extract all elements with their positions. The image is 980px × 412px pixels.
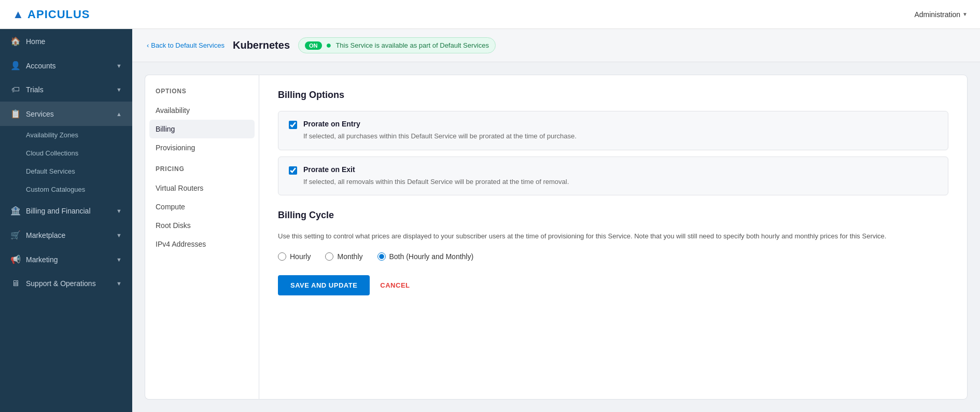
radio-hourly-input[interactable] (278, 252, 286, 261)
prorate-exit-desc: If selected, all removals within this De… (303, 177, 569, 187)
back-label: Back to Default Services (151, 41, 225, 49)
right-panel: Billing Options Prorate on Entry If sele… (259, 75, 968, 400)
toggle-on-label[interactable]: ON (305, 41, 322, 50)
page-header: ‹ Back to Default Services Kubernetes ON… (132, 29, 980, 62)
billing-cycle-desc: Use this setting to control what prices … (278, 231, 948, 242)
sidebar: 🏠 Home 👤 Accounts ▼ 🏷 Trials ▼ 📋 Service… (0, 29, 132, 412)
content-area: OPTIONS Availability Billing Provisionin… (132, 62, 980, 412)
sidebar-sub-item-custom-catalogues[interactable]: Custom Catalogues (0, 180, 132, 198)
sidebar-item-support[interactable]: 🖥 Support & Operations ▼ (0, 272, 132, 295)
logo-text: ▲ APICULUS (12, 8, 90, 21)
chevron-down-icon: ▼ (962, 11, 968, 17)
prorate-entry-check-area (289, 121, 297, 131)
prorate-entry-checkbox[interactable] (289, 121, 297, 129)
prorate-exit-content: Prorate on Exit If selected, all removal… (303, 165, 569, 187)
prorate-exit-check-area (289, 166, 297, 176)
sidebar-item-label: Services (26, 110, 111, 118)
nav-root-disks[interactable]: Root Disks (145, 216, 259, 235)
sidebar-item-label: Trials (26, 86, 111, 94)
radio-monthly-input[interactable] (325, 252, 333, 261)
sidebar-item-label: Support & Operations (26, 279, 111, 288)
save-button[interactable]: SAVE AND UPDATE (278, 275, 370, 295)
radio-both-input[interactable] (377, 252, 386, 261)
admin-label: Administration (914, 10, 960, 19)
sidebar-item-trials[interactable]: 🏷 Trials ▼ (0, 78, 132, 102)
radio-both[interactable]: Both (Hourly and Monthly) (377, 252, 474, 261)
chevron-down-icon: ▼ (116, 232, 122, 238)
accounts-icon: 👤 (10, 61, 21, 70)
chevron-down-icon: ▼ (116, 257, 122, 263)
nav-provisioning[interactable]: Provisioning (145, 138, 259, 157)
sidebar-item-billing[interactable]: 🏦 Billing and Financial ▼ (0, 198, 132, 223)
admin-menu[interactable]: Administration ▼ (914, 10, 968, 19)
marketing-icon: 📢 (10, 254, 21, 264)
billing-cycle-title: Billing Cycle (278, 210, 948, 221)
marketplace-icon: 🛒 (10, 230, 21, 240)
prorate-entry-desc: If selected, all purchases within this D… (303, 131, 577, 141)
sidebar-item-home[interactable]: 🏠 Home (0, 29, 132, 53)
sidebar-item-label: Marketing (26, 255, 111, 264)
cancel-button[interactable]: CANCEL (380, 281, 410, 289)
page-title: Kubernetes (233, 39, 290, 51)
top-header: ▲ APICULUS Administration ▼ (0, 0, 980, 29)
option-card-prorate-exit: Prorate on Exit If selected, all removal… (278, 157, 948, 196)
nav-ipv4-addresses[interactable]: IPv4 Addresses (145, 235, 259, 253)
sidebar-item-marketing[interactable]: 📢 Marketing ▼ (0, 247, 132, 272)
billing-cycle-section: Billing Cycle Use this setting to contro… (278, 210, 948, 295)
radio-both-label: Both (Hourly and Monthly) (389, 252, 474, 261)
sidebar-item-label: Billing and Financial (26, 207, 111, 215)
chevron-up-icon: ▲ (116, 111, 122, 117)
sidebar-sub-item-cloud-collections[interactable]: Cloud Collections (0, 144, 132, 162)
sidebar-item-label: Home (26, 37, 122, 46)
trials-icon: 🏷 (10, 85, 21, 94)
layout: 🏠 Home 👤 Accounts ▼ 🏷 Trials ▼ 📋 Service… (0, 29, 980, 412)
sidebar-sub-item-default-services[interactable]: Default Services (0, 162, 132, 180)
chevron-down-icon: ▼ (116, 208, 122, 214)
sidebar-item-accounts[interactable]: 👤 Accounts ▼ (0, 53, 132, 78)
prorate-entry-content: Prorate on Entry If selected, all purcha… (303, 120, 577, 141)
status-badge: ON ● This Service is available as part o… (298, 37, 496, 53)
chevron-down-icon: ▼ (116, 280, 122, 287)
nav-virtual-routers[interactable]: Virtual Routers (145, 179, 259, 197)
main-content: ‹ Back to Default Services Kubernetes ON… (132, 29, 980, 412)
options-section-title: OPTIONS (145, 88, 259, 101)
nav-billing[interactable]: Billing (149, 120, 255, 138)
status-text: This Service is available as part of Def… (335, 41, 489, 49)
home-icon: 🏠 (10, 36, 21, 46)
chevron-down-icon: ▼ (116, 63, 122, 69)
nav-compute[interactable]: Compute (145, 197, 259, 216)
sidebar-item-label: Marketplace (26, 231, 111, 239)
left-panel: OPTIONS Availability Billing Provisionin… (145, 75, 259, 400)
services-icon: 📋 (10, 109, 21, 119)
radio-hourly[interactable]: Hourly (278, 252, 311, 261)
nav-availability[interactable]: Availability (145, 101, 259, 120)
sidebar-item-marketplace[interactable]: 🛒 Marketplace ▼ (0, 223, 132, 247)
logo: ▲ APICULUS (12, 8, 90, 21)
radio-hourly-label: Hourly (290, 252, 311, 261)
back-link[interactable]: ‹ Back to Default Services (147, 41, 225, 49)
chevron-down-icon: ▼ (116, 87, 122, 93)
sidebar-item-services[interactable]: 📋 Services ▲ (0, 102, 132, 126)
radio-monthly[interactable]: Monthly (325, 252, 362, 261)
support-icon: 🖥 (10, 279, 21, 288)
option-card-prorate-entry: Prorate on Entry If selected, all purcha… (278, 111, 948, 150)
billing-icon: 🏦 (10, 206, 21, 216)
prorate-exit-checkbox[interactable] (289, 166, 297, 175)
action-buttons: SAVE AND UPDATE CANCEL (278, 275, 948, 295)
prorate-exit-title: Prorate on Exit (303, 165, 569, 174)
prorate-entry-title: Prorate on Entry (303, 120, 577, 128)
radio-monthly-label: Monthly (337, 252, 362, 261)
back-icon: ‹ (147, 41, 149, 49)
billing-options-title: Billing Options (278, 90, 948, 101)
sidebar-item-label: Accounts (26, 62, 111, 70)
toggle-icon: ● (326, 40, 332, 51)
sidebar-sub-item-availability-zones[interactable]: Availability Zones (0, 126, 132, 144)
billing-cycle-radio-group: Hourly Monthly Both (Hourly and Monthly) (278, 252, 948, 261)
pricing-section-title: PRICING (145, 165, 259, 179)
